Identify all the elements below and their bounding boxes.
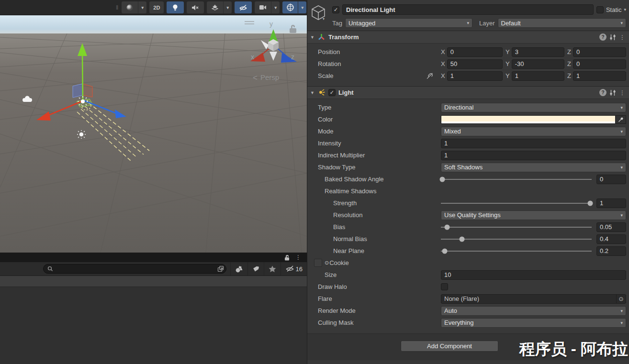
normal-bias-slider[interactable] [441, 234, 592, 244]
color-row: Color [307, 113, 629, 125]
rotation-z-field[interactable]: 0 [573, 59, 626, 69]
static-label: Static [606, 6, 622, 13]
layer-dropdown[interactable]: Default ▾ [498, 18, 627, 28]
tag-dropdown[interactable]: Untagged ▾ [345, 18, 472, 28]
foldout-arrow[interactable]: ▼ [310, 90, 314, 95]
baked-shadow-angle-label: Baked Shadow Angle [318, 176, 441, 183]
kebab-menu-icon[interactable]: ⋮ [619, 89, 625, 96]
intensity-field[interactable]: 1 [441, 139, 626, 148]
indirect-multiplier-label: Indirect Multiplier [318, 152, 441, 159]
scale-y-field[interactable]: 1 [512, 71, 564, 81]
static-checkbox[interactable] [596, 6, 604, 13]
search-field[interactable] [43, 264, 226, 274]
position-row: Position X 0 Y 3 Z 0 [307, 46, 629, 58]
cookie-object-icon: ⊙ [325, 260, 329, 266]
2d-toggle-button[interactable]: 2D [149, 1, 164, 13]
camera-control: ▾ [255, 1, 280, 13]
cookie-texture-box[interactable] [314, 259, 322, 267]
kebab-menu-icon[interactable]: ⋮ [619, 34, 625, 41]
transform-header[interactable]: ▼ Transform ? ⋮ [307, 31, 629, 44]
filter-by-type-button[interactable] [230, 262, 247, 276]
scene-audio-button[interactable] [187, 1, 204, 13]
eye-slash-icon [285, 265, 294, 272]
baked-shadow-angle-field[interactable]: 0 [596, 175, 626, 184]
filter-by-label-button[interactable] [247, 262, 264, 276]
near-plane-field[interactable]: 0.2 [596, 246, 626, 256]
shaded-sphere-icon[interactable] [122, 1, 138, 13]
culling-mask-dropdown[interactable]: Everything▾ [441, 318, 626, 328]
add-component-button[interactable]: Add Component [401, 341, 498, 352]
flare-object-field[interactable]: None (Flare) ⊙ [441, 294, 626, 304]
unlinked-scale-icon[interactable] [426, 73, 434, 79]
kebab-menu-icon[interactable]: ⋮ [295, 254, 301, 261]
bias-slider[interactable] [441, 222, 592, 232]
scale-x-field[interactable]: 1 [447, 71, 503, 81]
strength-field[interactable]: 1 [596, 199, 626, 208]
realtime-shadows-row: Realtime Shadows [307, 185, 629, 197]
gameobject-icon-wrap[interactable]: ▾ [310, 4, 332, 28]
search-icon [47, 266, 53, 272]
presets-icon[interactable] [609, 34, 617, 41]
position-x-field[interactable]: 0 [447, 47, 503, 57]
camera-icon[interactable] [255, 1, 271, 13]
effects-dropdown[interactable]: ▾ [223, 1, 232, 13]
presets-icon[interactable] [609, 89, 617, 96]
gameobject-name-field[interactable]: Directional Light [342, 4, 594, 15]
effects-icon[interactable] [207, 1, 223, 13]
type-row: Type Directional▾ [307, 101, 629, 113]
plane-handle-blue [73, 84, 83, 98]
draw-halo-row: Draw Halo [307, 281, 629, 293]
hidden-objects-button[interactable] [235, 1, 252, 13]
watermark-text: 程序员 - 阿布拉 [519, 339, 628, 360]
rotation-y-field[interactable]: -30 [512, 59, 564, 69]
indirect-multiplier-field[interactable]: 1 [441, 151, 626, 160]
icon-dropdown-caret[interactable]: ▾ [323, 17, 325, 21]
search-input[interactable] [53, 265, 217, 272]
strength-slider[interactable] [441, 199, 592, 208]
position-y-field[interactable]: 3 [512, 47, 564, 57]
color-swatch[interactable] [441, 115, 616, 124]
scene-lighting-button[interactable] [167, 1, 184, 13]
normal-bias-field[interactable]: 0.4 [596, 234, 626, 244]
near-plane-row: Near Plane 0.2 [307, 245, 629, 257]
camera-dropdown[interactable]: ▾ [271, 1, 280, 13]
render-mode-row: Render Mode Auto▾ [307, 305, 629, 317]
eyedropper-button[interactable] [616, 115, 626, 124]
persp-label[interactable]: Persp [260, 73, 279, 81]
pick-window-icon[interactable] [217, 265, 224, 272]
object-picker-icon[interactable]: ⊙ [616, 295, 626, 303]
light-enabled-checkbox[interactable]: ✓ [328, 89, 336, 96]
static-dropdown-caret[interactable]: ▾ [624, 7, 626, 12]
eye-slash-icon [239, 4, 247, 11]
scale-z-field[interactable]: 1 [573, 71, 626, 81]
favorites-button[interactable] [264, 262, 281, 276]
size-field[interactable]: 10 [441, 270, 626, 280]
draw-halo-checkbox[interactable] [441, 283, 448, 290]
near-plane-slider[interactable] [441, 246, 592, 256]
help-icon[interactable]: ? [599, 33, 607, 41]
layer-label: Layer [479, 20, 495, 27]
render-mode-dropdown[interactable]: Auto▾ [441, 306, 626, 316]
toolbar-drag-handle[interactable]: ‖ [116, 4, 119, 11]
normal-bias-row: Normal Bias 0.4 [307, 233, 629, 245]
gizmos-dropdown[interactable]: ▾ [298, 1, 306, 13]
active-checkbox[interactable]: ✓ [332, 6, 339, 13]
draw-mode-dropdown[interactable]: ▾ [138, 1, 146, 13]
type-dropdown[interactable]: Directional▾ [441, 103, 626, 112]
baked-shadow-angle-slider[interactable] [441, 175, 592, 184]
cookie-row: ⊙ Cookie [307, 257, 629, 269]
rotation-x-field[interactable]: 50 [447, 59, 503, 69]
scene-viewport[interactable]: y x z < Persp [0, 15, 307, 253]
gizmos-icon[interactable] [282, 1, 298, 13]
hidden-count[interactable]: 16 [281, 262, 307, 276]
foldout-arrow[interactable]: ▼ [310, 35, 314, 40]
tag-label: Tag [332, 20, 342, 27]
resolution-dropdown[interactable]: Use Quality Settings▾ [441, 210, 626, 220]
position-z-field[interactable]: 0 [573, 47, 626, 57]
light-header[interactable]: ▼ ✓ Light ? ⋮ [307, 87, 629, 99]
bias-field[interactable]: 0.05 [596, 222, 626, 232]
help-icon[interactable]: ? [599, 89, 607, 96]
mode-dropdown[interactable]: Mixed▾ [441, 127, 626, 136]
shadow-type-dropdown[interactable]: Soft Shadows▾ [441, 163, 626, 172]
unlock-icon[interactable] [284, 254, 290, 261]
